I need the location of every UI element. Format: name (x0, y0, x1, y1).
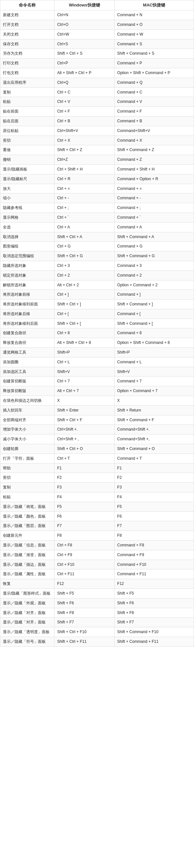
windows-shortcut: Ctrl + T (54, 454, 114, 463)
windows-shortcut: Shift + F8 (54, 608, 114, 618)
windows-shortcut: Shift + F5 (54, 589, 114, 598)
mac-shortcut: F6 (114, 512, 194, 521)
table-row: 在填色和描边之间切换XX (0, 396, 194, 406)
windows-shortcut: F3 (54, 483, 114, 492)
windows-shortcut: Ctrl+Shift+V (54, 126, 114, 135)
mac-shortcut: Command + F (114, 107, 194, 117)
windows-shortcut: Alt + Ctrl + 2 (54, 280, 114, 290)
windows-shortcut: Ctrl+Q (54, 78, 114, 87)
command-name: 取消选定范围编组 (0, 251, 54, 261)
mac-shortcut: Shift + F8 (114, 608, 194, 618)
table-row: 粘贴F4F4 (0, 492, 194, 502)
windows-shortcut: Ctrl+P (54, 59, 114, 68)
table-row: 创建算切断版Ctrl + 7Command + 7 (0, 377, 194, 386)
table-row: 放大Ctrl + =Command + = (0, 184, 194, 193)
windows-shortcut: Shift + Ctrl + [ (54, 319, 114, 329)
windows-shortcut: Ctrl + F10 (54, 560, 114, 569)
table-row: 显示／隐藏「对齐」面板Shift + F8Shift + F8 (0, 608, 194, 618)
windows-shortcut: F7 (54, 521, 114, 531)
table-row: 将所选对象前移Ctrl + ]Command + ] (0, 290, 194, 300)
windows-shortcut: Alt + Shift + Ctrl + 8 (54, 338, 114, 348)
table-row: 打包文档Alt + Shift + Ctrl + POption + Shift… (0, 68, 194, 78)
mac-shortcut: X (114, 396, 194, 406)
mac-shortcut: Shift + F5 (114, 589, 194, 598)
windows-shortcut: Shift + Ctrl + A (54, 232, 114, 242)
table-row: 全选Ctrl + ACommand + A (0, 222, 194, 232)
mac-shortcut: Shift + Command + F (114, 415, 194, 425)
command-name: 缩小 (0, 193, 54, 203)
mac-shortcut: Command + F10 (114, 560, 194, 569)
mac-shortcut: Command + S (114, 39, 194, 49)
command-name: 原位粘贴 (0, 126, 54, 135)
mac-shortcut: Command + C (114, 87, 194, 97)
windows-shortcut: Ctrl + 3 (54, 261, 114, 271)
header-windows: Windows快捷键 (54, 0, 114, 10)
mac-shortcut: Command + 7 (114, 377, 194, 386)
table-row: 释放算切断版Alt + Ctrl + 7Option + Command + 7 (0, 386, 194, 396)
command-name: 插入软回车 (0, 405, 54, 415)
command-name: 创建轮廓 (0, 444, 54, 454)
windows-shortcut: Ctrl + 8 (54, 329, 114, 338)
table-row: 保存文档Ctrl+SCommand + S (0, 39, 194, 49)
windows-shortcut: Alt + Ctrl + 7 (54, 386, 114, 396)
command-name: 显示/隐藏标尺 (0, 174, 54, 184)
command-name: 贴在前面 (0, 107, 54, 117)
command-name: 显示／隐藏「渐变」面板 (0, 550, 54, 560)
mac-shortcut: Shift + Command + Z (114, 145, 194, 155)
command-name: 复制 (0, 87, 54, 97)
table-row: 显示／隐藏「外观」面板Shift + F6Shift + F6 (0, 598, 194, 608)
mac-shortcut: F8 (114, 531, 194, 540)
mac-shortcut: Command + N (114, 10, 194, 20)
command-name: 显示／隐藏「图层」面板 (0, 521, 54, 531)
table-row: 创建复合路径Ctrl + 8Command + 8 (0, 329, 194, 338)
command-name: 显示／隐藏「对齐」面板 (0, 618, 54, 627)
windows-shortcut: Ctrl + ` (54, 213, 114, 222)
windows-shortcut: Ctrl+Shift +. (54, 425, 114, 434)
command-name: 粘贴 (0, 97, 54, 107)
mac-shortcut: Shift + Command + G (114, 251, 194, 261)
command-name: 在填色和描边之间切换 (0, 396, 54, 406)
mac-shortcut: Command + T (114, 454, 194, 463)
table-row: 将所选对象移到前面Shift + Ctrl + ]Shift + Command… (0, 300, 194, 309)
table-row: 剪切Ctrl + XCommand + X (0, 135, 194, 145)
command-name: 通览网格工具 (0, 348, 54, 358)
windows-shortcut: Ctrl + C (54, 87, 114, 97)
mac-shortcut: F5 (114, 502, 194, 512)
windows-shortcut: Ctrl+Shift + , (54, 434, 114, 444)
windows-shortcut: Shift + Ctrl + F11 (54, 637, 114, 646)
mac-shortcut: Command + L (114, 357, 194, 367)
windows-shortcut: Ctrl + A (54, 222, 114, 232)
table-row: 打印文档Ctrl+PCommand + P (0, 59, 194, 68)
command-name: 显示/隐藏「图形样式」面板 (0, 589, 54, 598)
table-row: 显示/隐藏「图形样式」面板Shift + F5Shift + F5 (0, 589, 194, 598)
command-name: 释放算切断版 (0, 386, 54, 396)
table-row: 复制F3F3 (0, 483, 194, 492)
header-name: 命令名称 (0, 0, 54, 10)
command-name: 创建复合路径 (0, 329, 54, 338)
table-row: 缩小Ctrl + -Command + - (0, 193, 194, 203)
table-row: 创建新元件F8F8 (0, 531, 194, 540)
table-row: 粘贴Ctrl + VCommand + V (0, 97, 194, 107)
table-row: 打开「字符」面板Ctrl + TCommand + T (0, 454, 194, 463)
table-row: 显示／隐藏「描边」面板Ctrl + F10Command + F10 (0, 560, 194, 569)
command-name: 退出应用程序 (0, 78, 54, 87)
table-row: 显示／隐藏「信息」面板Ctrl + F8Command + F8 (0, 540, 194, 550)
table-row: 显示／隐藏「画笔」面板F5F5 (0, 502, 194, 512)
mac-shortcut: Command+Shift+V (114, 126, 194, 135)
mac-shortcut: Command + B (114, 116, 194, 126)
table-row: 解锁所选对象Alt + Ctrl + 2Option + Command + 2 (0, 280, 194, 290)
mac-shortcut: Shift + F6 (114, 598, 194, 608)
command-name: 复制 (0, 483, 54, 492)
command-name: 关闭文档 (0, 29, 54, 39)
table-row: 重做Shift + Ctrl + ZShift + Command + Z (0, 145, 194, 155)
table-row: 创建轮廓Shift + Ctrl + OShift + Command + O (0, 444, 194, 454)
mac-shortcut: Option + Command + 2 (114, 280, 194, 290)
table-row: 撤销Ctrl+ZCommand + Z (0, 155, 194, 165)
windows-shortcut: F2 (54, 473, 114, 483)
mac-shortcut: Command + W (114, 29, 194, 39)
windows-shortcut: Shift + Ctrl + O (54, 444, 114, 454)
windows-shortcut: Ctrl + G (54, 242, 114, 251)
command-name: 显示／隐藏「符号」面板 (0, 637, 54, 646)
mac-shortcut: Command + Q (114, 78, 194, 87)
mac-shortcut: Command + 2 (114, 271, 194, 280)
